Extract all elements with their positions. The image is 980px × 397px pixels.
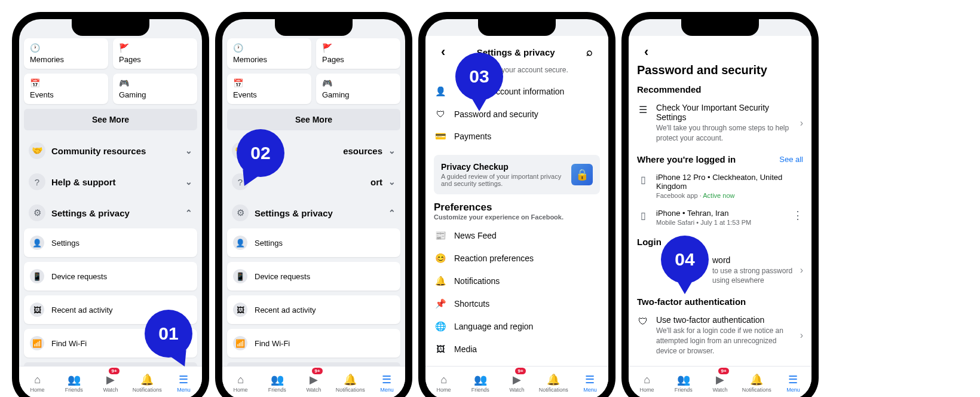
flag-icon: 🚩 <box>322 43 394 53</box>
row-shortcuts[interactable]: 📌Shortcuts <box>434 292 600 315</box>
row-password-security[interactable]: 🛡Password and security <box>434 103 600 125</box>
nav-watch[interactable]: 9+▶Watch <box>702 367 738 397</box>
clock-icon: 🕐 <box>30 43 102 53</box>
wifi-icon: 📶 <box>30 336 44 350</box>
nav-friends[interactable]: 👥Friends <box>462 367 498 397</box>
gaming-icon: 🎮 <box>322 78 394 88</box>
nav-notifications[interactable]: 🔔Notifications <box>535 367 572 397</box>
nav-notifications[interactable]: 🔔Notifications <box>129 367 166 397</box>
pin-icon: 📌 <box>435 298 446 309</box>
tile-events[interactable]: 📅 Events <box>24 74 108 104</box>
tile-memories[interactable]: 🕐 Memories <box>24 38 108 69</box>
subitem-recent-ad[interactable]: 🖼Recent ad activity <box>227 295 400 324</box>
see-more-button[interactable]: See More <box>24 109 197 130</box>
accordion-help[interactable]: ? Help & support ⌄ <box>24 166 197 197</box>
accordion-settings-privacy[interactable]: ⚙ Settings & privacy ⌃ <box>24 197 197 228</box>
row-notifications[interactable]: 🔔Notifications <box>434 270 600 292</box>
tile-gaming[interactable]: 🎮Gaming <box>316 74 400 104</box>
nav-friends[interactable]: 👥Friends <box>56 367 92 397</box>
device-icon: 📱 <box>30 269 44 283</box>
see-more-button[interactable]: See More <box>227 109 400 130</box>
nav-friends[interactable]: 👥Friends <box>665 367 702 397</box>
shield-icon: 🛡 <box>637 315 649 327</box>
handshake-icon: 🤝 <box>29 142 45 159</box>
row-payments[interactable]: 💳Payments <box>434 125 600 148</box>
login-heading: Login <box>637 237 803 247</box>
nav-home[interactable]: ⌂Home <box>19 367 56 397</box>
tile-pages[interactable]: 🚩Pages <box>316 38 400 69</box>
bell-icon: 🔔 <box>344 373 357 386</box>
row-language[interactable]: 🌐Language and region <box>434 315 600 338</box>
nav-menu[interactable]: ☰Menu <box>166 367 202 397</box>
two-factor-heading: Two-factor authentication <box>637 297 803 307</box>
screen-2: 🕐Memories 🚩Pages 📅Events 🎮Gaming See Mor… <box>222 19 405 397</box>
chevron-right-icon: › <box>800 118 803 129</box>
search-icon[interactable]: ⌕ <box>581 46 598 59</box>
chevron-down-icon: ⌄ <box>388 146 396 155</box>
nav-watch[interactable]: 9+▶Watch <box>92 367 128 397</box>
phone-frame-3: 03 ‹ Settings & privacy ⌕ eep your accou… <box>418 12 615 397</box>
notification-badge: 9+ <box>718 368 728 374</box>
chevron-down-icon: ⌄ <box>185 146 192 155</box>
nav-notifications[interactable]: 🔔Notifications <box>332 367 369 397</box>
menu-icon: ☰ <box>382 373 391 386</box>
bell-icon: 🔔 <box>435 276 446 286</box>
row-your-time[interactable]: 🕐Your Time on Facebook <box>434 360 600 366</box>
subitem-device-requests[interactable]: 📱 Device requests <box>24 262 197 291</box>
subitem-device-requests[interactable]: 📱Device requests <box>227 262 400 291</box>
row-news-feed[interactable]: 📰News Feed <box>434 224 600 247</box>
nav-watch[interactable]: 9+▶Watch <box>498 367 535 397</box>
home-icon: ⌂ <box>440 374 447 386</box>
nav-watch[interactable]: 9+▶Watch <box>295 367 332 397</box>
tile-events[interactable]: 📅Events <box>227 74 311 104</box>
friends-icon: 👥 <box>68 373 81 386</box>
more-options-icon[interactable]: ⋮ <box>792 209 803 222</box>
notch <box>478 18 556 36</box>
tile-label: Pages <box>119 55 191 64</box>
nav-home[interactable]: ⌂Home <box>222 367 259 397</box>
screen-3: ‹ Settings & privacy ⌕ eep your account … <box>425 19 608 397</box>
nav-friends[interactable]: 👥Friends <box>259 367 295 397</box>
home-icon: ⌂ <box>644 374 650 386</box>
tile-pages[interactable]: 🚩 Pages <box>113 38 197 69</box>
tile-gaming[interactable]: 🎮 Gaming <box>113 74 197 104</box>
see-all-link[interactable]: See all <box>779 155 803 164</box>
nav-menu[interactable]: ☰Menu <box>775 367 811 397</box>
notification-badge: 9+ <box>109 368 119 374</box>
row-check-security[interactable]: ☰ Check Your Important Security Settings… <box>637 98 803 148</box>
nav-home[interactable]: ⌂Home <box>425 367 462 397</box>
accordion-community[interactable]: 🤝 Community resources ⌄ <box>24 135 197 166</box>
question-icon: ? <box>29 173 45 190</box>
nav-home[interactable]: ⌂Home <box>629 367 665 397</box>
screen-4: ‹ Password and security Recommended ☰ Ch… <box>629 19 811 397</box>
notch <box>72 18 149 36</box>
subitem-settings[interactable]: 👤 Settings <box>24 228 197 257</box>
nav-menu[interactable]: ☰Menu <box>572 367 608 397</box>
tile-memories[interactable]: 🕐Memories <box>227 38 311 69</box>
back-button[interactable]: ‹ <box>436 44 450 60</box>
calendar-icon: 📅 <box>233 78 305 88</box>
step-badge-04: 04 <box>661 236 709 283</box>
phone-icon: ▯ <box>637 173 649 185</box>
row-reaction[interactable]: 😊Reaction preferences <box>434 247 600 270</box>
privacy-checkup-desc: A guided review of your important privac… <box>441 173 564 187</box>
user-gear-icon: 👤 <box>233 236 247 250</box>
notification-badge: 9+ <box>515 368 525 374</box>
nav-menu[interactable]: ☰Menu <box>369 367 405 397</box>
nav-notifications[interactable]: 🔔Notifications <box>739 367 775 397</box>
row-media[interactable]: 🖼Media <box>434 338 600 360</box>
subitem-find-wifi[interactable]: 📶Find Wi-Fi <box>227 329 400 358</box>
device-row-1[interactable]: ▯ iPhone 12 Pro • Cleckheaton, United Ki… <box>637 168 803 204</box>
back-button[interactable]: ‹ <box>639 44 653 60</box>
row-use-two-factor[interactable]: 🛡 Use two-factor authentication We'll as… <box>637 310 803 361</box>
chevron-up-icon: ⌃ <box>185 208 192 218</box>
accordion-settings-privacy[interactable]: ⚙ Settings & privacy ⌃ <box>227 197 400 228</box>
bell-icon: 🔔 <box>140 373 154 386</box>
subitem-settings[interactable]: 👤Settings <box>227 228 400 257</box>
chevron-right-icon: › <box>800 330 803 341</box>
ad-icon: 🖼 <box>233 303 247 317</box>
device-row-2[interactable]: ▯ iPhone • Tehran, Iran Mobile Safari • … <box>637 204 803 231</box>
watch-icon: ▶ <box>106 373 115 386</box>
recommended-heading: Recommended <box>637 84 803 94</box>
privacy-checkup-card[interactable]: Privacy Checkup A guided review of your … <box>434 155 600 194</box>
